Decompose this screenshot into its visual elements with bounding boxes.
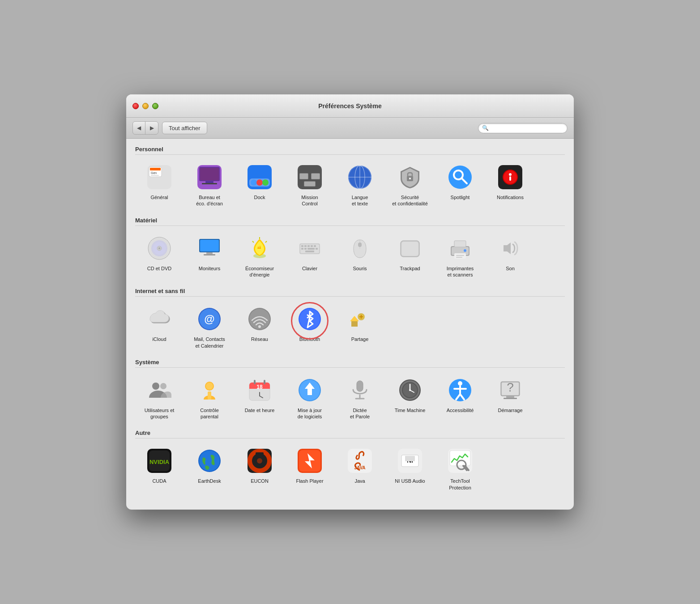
forward-button[interactable]: ▶: [145, 122, 158, 134]
general-icon: Gen: [145, 163, 174, 191]
pref-item-mail[interactable]: @ Mail, Contactset Calendrier: [185, 301, 234, 352]
eucon-label: EUCON: [251, 478, 269, 484]
demarrage-label: Démarrage: [498, 407, 522, 413]
pref-item-cd[interactable]: CD et DVD: [135, 230, 184, 281]
langue-icon: [346, 163, 374, 191]
pref-item-souris[interactable]: Souris: [336, 230, 384, 281]
controle-label: Contrôleparental: [200, 407, 219, 420]
traffic-lights: [132, 103, 158, 109]
pref-item-techtool[interactable]: TechToolProtection: [436, 443, 484, 493]
son-label: Son: [506, 265, 515, 272]
pref-item-moniteurs[interactable]: Moniteurs: [185, 230, 234, 281]
show-all-button[interactable]: Tout afficher: [162, 122, 207, 134]
pref-item-notifications[interactable]: Notifications: [486, 159, 534, 210]
accessibilite-icon: [446, 376, 474, 404]
date-icon: 18: [245, 376, 274, 404]
svg-rect-57: [311, 245, 313, 247]
mission-label: MissionControl: [301, 194, 318, 207]
economiseur-icon: [245, 234, 274, 263]
search-bar: 🔍: [478, 123, 568, 133]
pref-item-icloud[interactable]: iCloud: [135, 301, 184, 352]
svg-rect-138: [450, 451, 470, 466]
svg-text:@: @: [204, 313, 214, 325]
svg-rect-56: [307, 245, 310, 247]
close-button[interactable]: [132, 103, 139, 109]
svg-rect-63: [305, 251, 314, 252]
pref-item-demarrage[interactable]: ? Démarrage: [486, 372, 534, 423]
section-materiel: Matériel CD et DVD: [135, 217, 565, 281]
svg-rect-117: [504, 398, 517, 399]
timemachine-icon: [396, 376, 424, 404]
toolbar: ◀ ▶ Tout afficher 🔍: [126, 118, 574, 139]
pref-item-economiseur[interactable]: Économiseurd'énergie: [235, 230, 284, 281]
svg-rect-58: [314, 245, 316, 247]
pref-item-cuda[interactable]: NVIDIA CUDA: [135, 443, 184, 493]
niusbaudio-icon: NI: [396, 447, 424, 475]
icloud-icon: [145, 305, 174, 333]
section-title-personnel: Personnel: [135, 146, 565, 155]
svg-point-85: [152, 383, 159, 390]
pref-item-imprimantes[interactable]: Imprimanteset scanners: [436, 230, 484, 281]
section-internet: Internet et sans fil iCloud: [135, 288, 565, 352]
svg-rect-67: [401, 242, 418, 256]
back-button[interactable]: ◀: [133, 122, 145, 134]
reseau-label: Réseau: [251, 336, 268, 342]
moniteurs-icon: [195, 234, 224, 263]
pref-item-java[interactable]: JAVA Java: [336, 443, 384, 493]
window-title: Préférences Système: [318, 102, 382, 110]
pref-item-trackpad[interactable]: Trackpad: [386, 230, 434, 281]
section-title-systeme: Système: [135, 359, 565, 368]
svg-text:JAVA: JAVA: [354, 465, 365, 470]
pref-item-earthdesk[interactable]: EarthDesk: [185, 443, 234, 493]
pref-item-securite[interactable]: Sécuritéet confidentialité: [386, 159, 434, 210]
search-input[interactable]: [491, 125, 563, 132]
pref-item-reseau[interactable]: Réseau: [235, 301, 284, 352]
eucon-icon: [245, 447, 274, 475]
svg-rect-89: [208, 391, 211, 400]
pref-item-utilisateurs[interactable]: Utilisateurs etgroupes: [135, 372, 184, 423]
bluetooth-icon: [295, 305, 324, 333]
cd-icon: [145, 234, 174, 263]
svg-point-122: [199, 451, 220, 471]
pref-item-son[interactable]: Son: [486, 230, 534, 281]
bluetooth-label: Bluetooth: [299, 336, 320, 342]
svg-rect-20: [300, 174, 308, 179]
section-systeme: Système Utilisateurs etgroupes: [135, 359, 565, 423]
pref-item-niusbaudio[interactable]: NI NI USB Audio: [386, 443, 434, 493]
pref-item-eucon[interactable]: EUCON: [235, 443, 284, 493]
minimize-button[interactable]: [142, 103, 149, 109]
pref-item-date[interactable]: 18 Date et heure: [235, 372, 284, 423]
pref-item-timemachine[interactable]: Time Machine: [386, 372, 434, 423]
pref-item-langue[interactable]: Langueet texte: [336, 159, 384, 210]
svg-rect-4: [151, 175, 159, 176]
pref-item-bluetooth[interactable]: Bluetooth: [286, 301, 334, 352]
pref-item-dock[interactable]: Dock: [235, 159, 284, 210]
svg-point-43: [158, 247, 160, 249]
pref-item-accessibilite[interactable]: Accessibilité: [436, 372, 484, 423]
controle-icon: [195, 376, 224, 404]
svg-rect-55: [304, 245, 307, 247]
pref-item-controle[interactable]: Contrôleparental: [185, 372, 234, 423]
securite-icon: [396, 163, 424, 191]
materiel-grid: CD et DVD Moniteurs: [135, 230, 565, 281]
maximize-button[interactable]: [152, 103, 158, 109]
pref-item-bureau[interactable]: Bureau etéco. d'écran: [185, 159, 234, 210]
cuda-label: CUDA: [152, 478, 166, 484]
miseajour-label: Mise à jourde logiciels: [298, 407, 322, 420]
pref-item-mission[interactable]: MissionControl: [286, 159, 334, 210]
pref-item-dictee[interactable]: Dictéeet Parole: [336, 372, 384, 423]
securite-label: Sécuritéet confidentialité: [392, 194, 428, 207]
imprimantes-label: Imprimanteset scanners: [447, 265, 474, 278]
pref-item-clavier[interactable]: Clavier: [286, 230, 334, 281]
trackpad-icon: [396, 234, 424, 263]
pref-item-partage[interactable]: Partage: [336, 301, 384, 352]
pref-item-spotlight[interactable]: Spotlight: [436, 159, 484, 210]
personnel-grid: Gen Général: [135, 159, 565, 210]
dictee-label: Dictéeet Parole: [350, 407, 370, 420]
pref-item-general[interactable]: Gen Général: [135, 159, 184, 210]
mail-label: Mail, Contactset Calendrier: [194, 336, 225, 349]
pref-item-miseajour[interactable]: Mise à jourde logiciels: [286, 372, 334, 423]
svg-rect-65: [358, 242, 362, 247]
imprimantes-icon: [446, 234, 474, 263]
pref-item-flashplayer[interactable]: Flash Player: [286, 443, 334, 493]
